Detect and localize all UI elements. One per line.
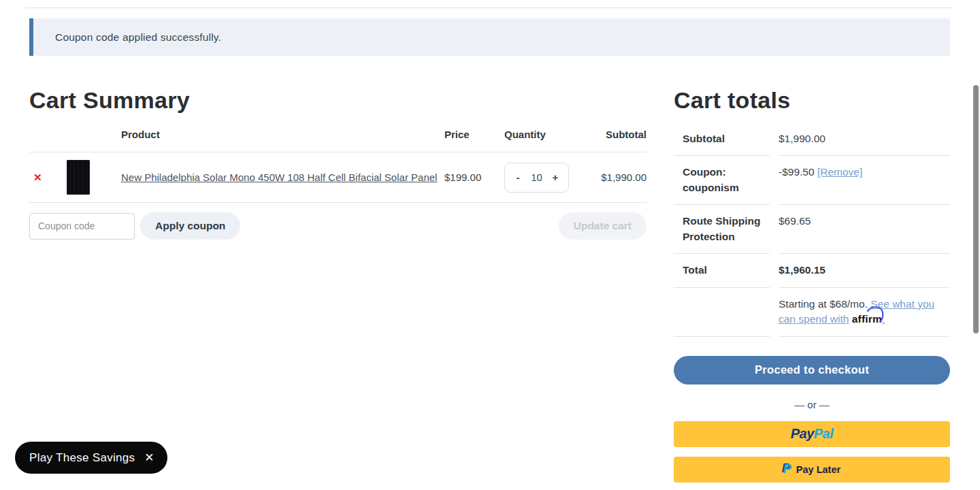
play-these-savings-pill[interactable]: Play These Savings ✕ <box>15 442 167 474</box>
total-value: $1,960.15 <box>779 254 950 287</box>
item-subtotal: $1,990.00 <box>587 152 647 203</box>
apply-coupon-button[interactable]: Apply coupon <box>140 212 240 240</box>
quantity-input[interactable] <box>525 172 549 183</box>
affirm-message: Starting at $68/mo. See what you can spe… <box>779 288 950 337</box>
top-divider <box>24 7 953 8</box>
remove-item-icon[interactable]: ✕ <box>29 170 46 185</box>
quantity-increase-button[interactable]: + <box>551 172 560 183</box>
cart-items-table: Product Price Quantity Subtotal ✕ New Ph… <box>29 118 647 203</box>
col-remove-header <box>29 118 67 152</box>
cart-totals-title: Cart totals <box>674 87 950 114</box>
subtotal-row: Subtotal $1,990.00 <box>674 122 950 156</box>
paypal-button[interactable]: PayPal <box>674 421 950 447</box>
affirm-arc-icon <box>866 306 887 323</box>
coupon-actions-row: Apply coupon Update cart <box>29 212 647 240</box>
main-content: Cart Summary Product Price Quantity Subt… <box>29 56 980 483</box>
col-subtotal-header: Subtotal <box>587 118 647 152</box>
cart-totals-table: Subtotal $1,990.00 Coupon: couponism -$9… <box>674 122 950 337</box>
shipping-row: Route Shipping Protection $69.65 <box>674 205 950 254</box>
savings-pill-label: Play These Savings <box>29 451 135 465</box>
paypal-mark-icon: P <box>783 462 791 476</box>
product-thumbnail[interactable] <box>67 160 90 195</box>
total-row: Total $1,960.15 <box>674 254 950 287</box>
paypal-pay-later-button[interactable]: P Pay Later <box>674 457 950 483</box>
col-quantity-header: Quantity <box>504 118 587 152</box>
col-price-header: Price <box>444 118 504 152</box>
col-product-header: Product <box>121 118 444 152</box>
item-price: $199.00 <box>444 152 504 203</box>
quantity-decrease-button[interactable]: - <box>513 172 523 183</box>
coupon-label: Coupon: couponism <box>674 156 770 205</box>
coupon-success-banner: Coupon code applied successfully. <box>29 18 950 56</box>
subtotal-label: Subtotal <box>674 122 770 156</box>
paypal-logo: PayPal <box>791 426 834 442</box>
quantity-stepper: - + <box>504 163 569 193</box>
pay-later-label: Pay Later <box>796 464 840 475</box>
cart-summary-title: Cart Summary <box>29 87 647 114</box>
affirm-row: Starting at $68/mo. See what you can spe… <box>674 288 950 337</box>
cart-item-row: ✕ New Philadelphia Solar Mono 450W 108 H… <box>29 152 647 203</box>
affirm-prefix: Starting at $68/mo. <box>779 298 870 310</box>
or-separator: — or — <box>674 399 950 410</box>
table-header-row: Product Price Quantity Subtotal <box>29 118 647 152</box>
product-link[interactable]: New Philadelphia Solar Mono 450W 108 Hal… <box>121 170 437 185</box>
coupon-row: Coupon: couponism -$99.50 [Remove] <box>674 156 950 205</box>
col-thumb-header <box>67 118 121 152</box>
affirm-logo: affirm <box>852 312 882 327</box>
update-cart-button[interactable]: Update cart <box>559 212 647 240</box>
coupon-discount: -$99.50 <box>779 166 815 178</box>
remove-coupon-link[interactable]: [Remove] <box>817 166 862 178</box>
proceed-to-checkout-button[interactable]: Proceed to checkout <box>674 356 950 385</box>
shipping-label: Route Shipping Protection <box>674 205 770 254</box>
banner-message: Coupon code applied successfully. <box>55 31 221 44</box>
subtotal-value: $1,990.00 <box>779 122 950 156</box>
shipping-value: $69.65 <box>779 205 950 254</box>
cart-totals-section: Cart totals Subtotal $1,990.00 Coupon: c… <box>674 56 950 483</box>
coupon-code-input[interactable] <box>29 213 135 240</box>
coupon-value: -$99.50 [Remove] <box>779 156 950 205</box>
cart-summary-section: Cart Summary Product Price Quantity Subt… <box>29 56 647 483</box>
close-icon[interactable]: ✕ <box>144 451 154 465</box>
total-label: Total <box>674 254 770 287</box>
vertical-scrollbar[interactable] <box>973 85 979 333</box>
